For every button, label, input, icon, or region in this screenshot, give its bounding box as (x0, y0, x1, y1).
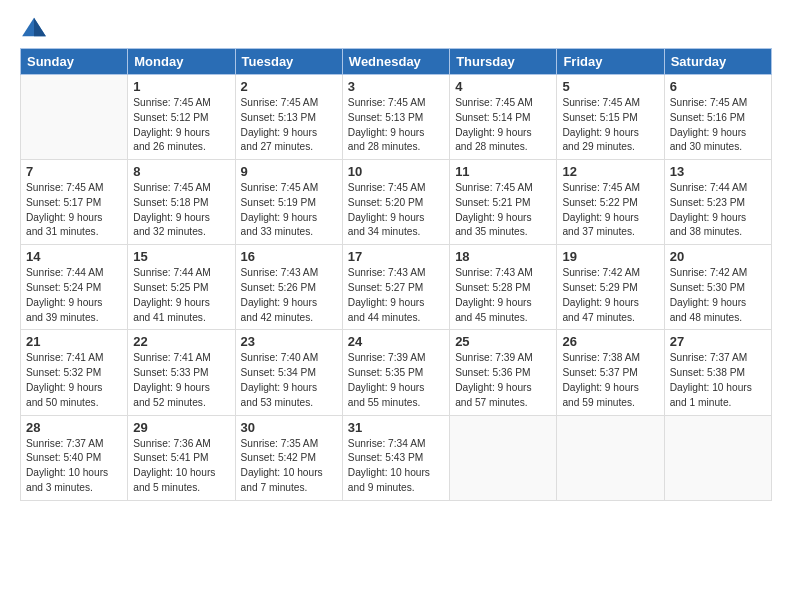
calendar-cell: 21Sunrise: 7:41 AMSunset: 5:32 PMDayligh… (21, 330, 128, 415)
cell-info: Sunrise: 7:45 AMSunset: 5:13 PMDaylight:… (241, 96, 337, 155)
day-number: 20 (670, 249, 766, 264)
calendar-cell: 27Sunrise: 7:37 AMSunset: 5:38 PMDayligh… (664, 330, 771, 415)
header (20, 16, 772, 38)
weekday-sunday: Sunday (21, 49, 128, 75)
calendar-cell: 8Sunrise: 7:45 AMSunset: 5:18 PMDaylight… (128, 160, 235, 245)
day-number: 18 (455, 249, 551, 264)
page: SundayMondayTuesdayWednesdayThursdayFrid… (0, 0, 792, 612)
calendar-cell: 13Sunrise: 7:44 AMSunset: 5:23 PMDayligh… (664, 160, 771, 245)
calendar-cell (450, 415, 557, 500)
day-number: 4 (455, 79, 551, 94)
cell-info: Sunrise: 7:42 AMSunset: 5:29 PMDaylight:… (562, 266, 658, 325)
day-number: 9 (241, 164, 337, 179)
cell-info: Sunrise: 7:39 AMSunset: 5:35 PMDaylight:… (348, 351, 444, 410)
day-number: 12 (562, 164, 658, 179)
cell-info: Sunrise: 7:35 AMSunset: 5:42 PMDaylight:… (241, 437, 337, 496)
day-number: 13 (670, 164, 766, 179)
cell-info: Sunrise: 7:41 AMSunset: 5:33 PMDaylight:… (133, 351, 229, 410)
calendar-cell: 6Sunrise: 7:45 AMSunset: 5:16 PMDaylight… (664, 75, 771, 160)
cell-info: Sunrise: 7:45 AMSunset: 5:13 PMDaylight:… (348, 96, 444, 155)
day-number: 2 (241, 79, 337, 94)
calendar-cell: 7Sunrise: 7:45 AMSunset: 5:17 PMDaylight… (21, 160, 128, 245)
weekday-header-row: SundayMondayTuesdayWednesdayThursdayFrid… (21, 49, 772, 75)
calendar-cell: 26Sunrise: 7:38 AMSunset: 5:37 PMDayligh… (557, 330, 664, 415)
day-number: 24 (348, 334, 444, 349)
cell-info: Sunrise: 7:37 AMSunset: 5:38 PMDaylight:… (670, 351, 766, 410)
calendar-cell: 1Sunrise: 7:45 AMSunset: 5:12 PMDaylight… (128, 75, 235, 160)
day-number: 23 (241, 334, 337, 349)
day-number: 16 (241, 249, 337, 264)
cell-info: Sunrise: 7:39 AMSunset: 5:36 PMDaylight:… (455, 351, 551, 410)
logo-icon (20, 16, 48, 38)
cell-info: Sunrise: 7:45 AMSunset: 5:14 PMDaylight:… (455, 96, 551, 155)
cell-info: Sunrise: 7:42 AMSunset: 5:30 PMDaylight:… (670, 266, 766, 325)
weekday-thursday: Thursday (450, 49, 557, 75)
day-number: 3 (348, 79, 444, 94)
cell-info: Sunrise: 7:45 AMSunset: 5:22 PMDaylight:… (562, 181, 658, 240)
calendar-cell: 12Sunrise: 7:45 AMSunset: 5:22 PMDayligh… (557, 160, 664, 245)
cell-info: Sunrise: 7:44 AMSunset: 5:25 PMDaylight:… (133, 266, 229, 325)
weekday-tuesday: Tuesday (235, 49, 342, 75)
day-number: 22 (133, 334, 229, 349)
calendar-cell: 16Sunrise: 7:43 AMSunset: 5:26 PMDayligh… (235, 245, 342, 330)
day-number: 5 (562, 79, 658, 94)
day-number: 11 (455, 164, 551, 179)
week-row-3: 14Sunrise: 7:44 AMSunset: 5:24 PMDayligh… (21, 245, 772, 330)
day-number: 27 (670, 334, 766, 349)
weekday-friday: Friday (557, 49, 664, 75)
cell-info: Sunrise: 7:41 AMSunset: 5:32 PMDaylight:… (26, 351, 122, 410)
cell-info: Sunrise: 7:36 AMSunset: 5:41 PMDaylight:… (133, 437, 229, 496)
calendar-cell: 25Sunrise: 7:39 AMSunset: 5:36 PMDayligh… (450, 330, 557, 415)
day-number: 10 (348, 164, 444, 179)
cell-info: Sunrise: 7:45 AMSunset: 5:16 PMDaylight:… (670, 96, 766, 155)
day-number: 7 (26, 164, 122, 179)
day-number: 1 (133, 79, 229, 94)
calendar-cell: 17Sunrise: 7:43 AMSunset: 5:27 PMDayligh… (342, 245, 449, 330)
cell-info: Sunrise: 7:45 AMSunset: 5:19 PMDaylight:… (241, 181, 337, 240)
cell-info: Sunrise: 7:45 AMSunset: 5:21 PMDaylight:… (455, 181, 551, 240)
cell-info: Sunrise: 7:43 AMSunset: 5:26 PMDaylight:… (241, 266, 337, 325)
cell-info: Sunrise: 7:45 AMSunset: 5:20 PMDaylight:… (348, 181, 444, 240)
day-number: 19 (562, 249, 658, 264)
week-row-4: 21Sunrise: 7:41 AMSunset: 5:32 PMDayligh… (21, 330, 772, 415)
day-number: 28 (26, 420, 122, 435)
calendar-cell: 20Sunrise: 7:42 AMSunset: 5:30 PMDayligh… (664, 245, 771, 330)
week-row-5: 28Sunrise: 7:37 AMSunset: 5:40 PMDayligh… (21, 415, 772, 500)
day-number: 21 (26, 334, 122, 349)
calendar-cell: 29Sunrise: 7:36 AMSunset: 5:41 PMDayligh… (128, 415, 235, 500)
calendar-cell: 24Sunrise: 7:39 AMSunset: 5:35 PMDayligh… (342, 330, 449, 415)
day-number: 15 (133, 249, 229, 264)
week-row-2: 7Sunrise: 7:45 AMSunset: 5:17 PMDaylight… (21, 160, 772, 245)
day-number: 25 (455, 334, 551, 349)
week-row-1: 1Sunrise: 7:45 AMSunset: 5:12 PMDaylight… (21, 75, 772, 160)
svg-marker-1 (34, 18, 46, 37)
weekday-monday: Monday (128, 49, 235, 75)
cell-info: Sunrise: 7:45 AMSunset: 5:17 PMDaylight:… (26, 181, 122, 240)
calendar-cell: 30Sunrise: 7:35 AMSunset: 5:42 PMDayligh… (235, 415, 342, 500)
day-number: 30 (241, 420, 337, 435)
calendar-cell: 5Sunrise: 7:45 AMSunset: 5:15 PMDaylight… (557, 75, 664, 160)
cell-info: Sunrise: 7:34 AMSunset: 5:43 PMDaylight:… (348, 437, 444, 496)
calendar-cell: 23Sunrise: 7:40 AMSunset: 5:34 PMDayligh… (235, 330, 342, 415)
calendar-cell: 28Sunrise: 7:37 AMSunset: 5:40 PMDayligh… (21, 415, 128, 500)
calendar-cell: 18Sunrise: 7:43 AMSunset: 5:28 PMDayligh… (450, 245, 557, 330)
calendar-cell: 10Sunrise: 7:45 AMSunset: 5:20 PMDayligh… (342, 160, 449, 245)
calendar-table: SundayMondayTuesdayWednesdayThursdayFrid… (20, 48, 772, 501)
calendar-cell: 2Sunrise: 7:45 AMSunset: 5:13 PMDaylight… (235, 75, 342, 160)
weekday-wednesday: Wednesday (342, 49, 449, 75)
logo (20, 16, 52, 38)
calendar-cell: 4Sunrise: 7:45 AMSunset: 5:14 PMDaylight… (450, 75, 557, 160)
day-number: 31 (348, 420, 444, 435)
calendar-cell: 19Sunrise: 7:42 AMSunset: 5:29 PMDayligh… (557, 245, 664, 330)
calendar-cell (21, 75, 128, 160)
cell-info: Sunrise: 7:43 AMSunset: 5:27 PMDaylight:… (348, 266, 444, 325)
cell-info: Sunrise: 7:40 AMSunset: 5:34 PMDaylight:… (241, 351, 337, 410)
calendar-cell (664, 415, 771, 500)
day-number: 14 (26, 249, 122, 264)
day-number: 6 (670, 79, 766, 94)
calendar-cell (557, 415, 664, 500)
day-number: 29 (133, 420, 229, 435)
calendar-cell: 3Sunrise: 7:45 AMSunset: 5:13 PMDaylight… (342, 75, 449, 160)
calendar-cell: 14Sunrise: 7:44 AMSunset: 5:24 PMDayligh… (21, 245, 128, 330)
day-number: 8 (133, 164, 229, 179)
